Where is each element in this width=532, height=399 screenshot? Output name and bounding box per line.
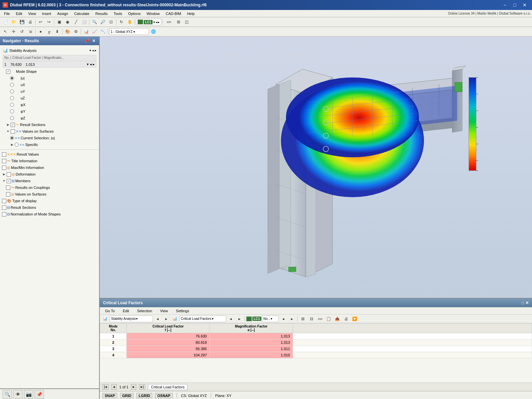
tb-pan[interactable]: ✋ xyxy=(126,18,134,26)
menu-assign[interactable]: Assign xyxy=(55,11,71,16)
nav-result-sections2[interactable]: ⊟ Result Sections xyxy=(0,204,99,211)
nav-mode-shape[interactable]: Mode Shape xyxy=(0,68,99,75)
nav-title-info-cb[interactable] xyxy=(2,159,6,163)
tb-rotate[interactable]: ↻ xyxy=(117,18,125,26)
results-menu-settings[interactable]: Settings xyxy=(173,308,192,314)
nav-deformation-cb[interactable] xyxy=(7,172,11,177)
menu-cadbim[interactable]: CAD-BIM xyxy=(163,11,184,16)
nav-bottom-camera[interactable]: 📷 xyxy=(24,390,33,399)
tb-node[interactable]: ◉ xyxy=(64,18,71,26)
results-factors-dropdown[interactable]: Critical Load Factors ▾ xyxy=(180,316,226,322)
results-no-dropdown[interactable]: No... ▾ xyxy=(262,316,279,322)
nav-values-surfaces2-cb[interactable] xyxy=(6,192,10,197)
tb2-cursor[interactable]: ↖ xyxy=(1,28,9,35)
results-next-no[interactable]: ▸ xyxy=(288,315,296,323)
results-tb-icon[interactable]: 📊 xyxy=(101,315,109,323)
nav-phi-y-radio[interactable] xyxy=(10,109,14,113)
nav-max-min-info[interactable]: ◎ Max/Min Information xyxy=(0,164,99,171)
status-lgrid[interactable]: LGRID xyxy=(136,393,152,398)
nav-uz-radio[interactable] xyxy=(10,96,14,100)
nav-values-surfaces2[interactable]: ◎ Values on Surfaces xyxy=(0,191,99,198)
nav-current-selection-radio[interactable] xyxy=(10,136,14,140)
page-first[interactable]: |◂ xyxy=(102,384,109,390)
nav-results-couplings[interactable]: 〜 Results on Couplings xyxy=(0,184,99,191)
nav-result-values-cb[interactable] xyxy=(2,152,6,157)
tb2-results1[interactable]: 📊 xyxy=(82,28,90,35)
tb-lc-dropdown[interactable]: LC1 ▾ ◂ ▸ xyxy=(136,19,161,25)
tb2-coord-dropdown[interactable]: 1 - Global XYZ ▾ xyxy=(109,28,149,35)
navigator-close-btn[interactable]: ✕ xyxy=(91,39,96,43)
nav-result-sections2-cb[interactable] xyxy=(2,205,6,210)
nav-values-surfaces-cb[interactable] xyxy=(11,129,15,134)
table-row[interactable]: 1 76.630 1.013 xyxy=(100,333,532,339)
menu-results[interactable]: Results xyxy=(93,11,110,16)
nav-ux[interactable]: uX xyxy=(0,81,99,88)
nav-phi-y[interactable]: φY xyxy=(0,108,99,115)
nav-result-sections[interactable]: ▶ 〜 Result Sections xyxy=(0,121,99,128)
results-pin-btn[interactable]: □ xyxy=(522,301,524,305)
table-row[interactable]: 4 104.297 1.010 xyxy=(100,352,532,358)
table-row[interactable]: 3 95.385 1.011 xyxy=(100,346,532,352)
status-grid[interactable]: GRID xyxy=(120,393,134,398)
menu-edit[interactable]: Edit xyxy=(13,11,25,16)
nav-members-cb[interactable] xyxy=(7,179,11,183)
nav-title-info[interactable]: 〜 Title Information xyxy=(0,158,99,164)
nav-u-abs[interactable]: |u| xyxy=(0,75,99,81)
nav-u-abs-radio[interactable] xyxy=(10,76,14,80)
nav-phi-x-radio[interactable] xyxy=(10,103,14,107)
results-filter1[interactable]: ⊞ xyxy=(299,315,307,323)
menu-tools[interactable]: Tools xyxy=(111,11,125,16)
nav-values-surfaces-expand[interactable]: ▼ xyxy=(6,129,10,133)
results-menu-edit[interactable]: Edit xyxy=(120,308,132,314)
tb-line[interactable]: ╱ xyxy=(72,18,80,26)
results-menu-view[interactable]: View xyxy=(157,308,171,314)
nav-values-surfaces[interactable]: ▼ ✕✕ Values on Surfaces xyxy=(0,128,99,135)
nav-phi-z[interactable]: φZ xyxy=(0,115,99,121)
results-menu-goto[interactable]: Go To xyxy=(102,308,117,314)
table-row[interactable]: 2 80.819 1.013 xyxy=(100,339,532,346)
results-analysis-dropdown[interactable]: Stability Analysis ▾ xyxy=(110,316,153,322)
nav-phi-z-radio[interactable] xyxy=(10,116,14,120)
page-prev[interactable]: ◂ xyxy=(111,384,117,390)
results-next-analysis[interactable]: ▸ xyxy=(162,315,170,323)
menu-insert[interactable]: Insert xyxy=(39,11,54,16)
results-prev-analysis[interactable]: ◂ xyxy=(154,315,162,323)
nav-members-expand[interactable]: ▼ xyxy=(2,179,6,183)
nav-norm-mode[interactable]: ⊟ Normalization of Mode Shapes xyxy=(0,211,99,217)
tb2-coord-btn[interactable]: 🌐 xyxy=(149,28,157,35)
status-osnap[interactable]: OSNAP xyxy=(155,393,173,398)
page-last[interactable]: ▸| xyxy=(139,384,145,390)
tb-view1[interactable]: ⊞ xyxy=(175,18,183,26)
results-next-factors[interactable]: ▸ xyxy=(235,315,243,323)
nav-mode-dropdown[interactable]: ▾ ◂ ▸ xyxy=(87,62,95,66)
tb-redo[interactable]: ↪ xyxy=(45,18,53,26)
nav-bottom-eye[interactable]: 👁 xyxy=(13,390,23,399)
tb2-scale[interactable]: ⇲ xyxy=(26,28,34,35)
nav-results-couplings-cb[interactable] xyxy=(6,186,10,190)
tb2-results2[interactable]: 📈 xyxy=(90,28,98,35)
tb-view2[interactable]: ◫ xyxy=(183,18,191,26)
lc-prev[interactable]: ◂ xyxy=(156,20,157,24)
nav-result-values[interactable]: ✕✕✕ Result Values xyxy=(0,151,99,158)
tb2-move[interactable]: ✛ xyxy=(10,28,18,35)
results-tab-label[interactable]: Critical Load Factors xyxy=(148,384,188,390)
tb-save[interactable]: 💾 xyxy=(18,18,26,26)
results-menu-selection[interactable]: Selection xyxy=(134,308,155,314)
results-filter3[interactable]: xxx xyxy=(316,315,324,323)
results-close-btn[interactable]: ✕ xyxy=(525,301,529,305)
tb2-beam[interactable]: ╔ xyxy=(45,28,53,35)
tb2-display[interactable]: 🎨 xyxy=(64,28,71,35)
nav-type-display[interactable]: 🎨 Type of display xyxy=(0,198,99,204)
results-print-btn[interactable]: 🖨 xyxy=(342,315,350,323)
nav-specific[interactable]: ▶ ✕✕ Specific xyxy=(0,141,99,148)
tb-fit[interactable]: ⊡ xyxy=(107,18,115,26)
tb-print[interactable]: 🖨 xyxy=(26,18,34,26)
nav-norm-mode-cb[interactable] xyxy=(2,212,6,216)
results-filter2[interactable]: ⊟ xyxy=(308,315,316,323)
nav-specific-expand[interactable]: ▶ xyxy=(10,143,14,147)
minimize-button[interactable]: − xyxy=(500,1,509,9)
tb2-results3[interactable]: 📉 xyxy=(99,28,107,35)
tb2-load[interactable]: ⬇ xyxy=(53,28,61,35)
tb-zoom-in[interactable]: 🔍 xyxy=(90,18,98,26)
nav-stability-analysis[interactable]: 📊 Stability Analysis ▾ ◂ ▸ xyxy=(0,47,99,54)
